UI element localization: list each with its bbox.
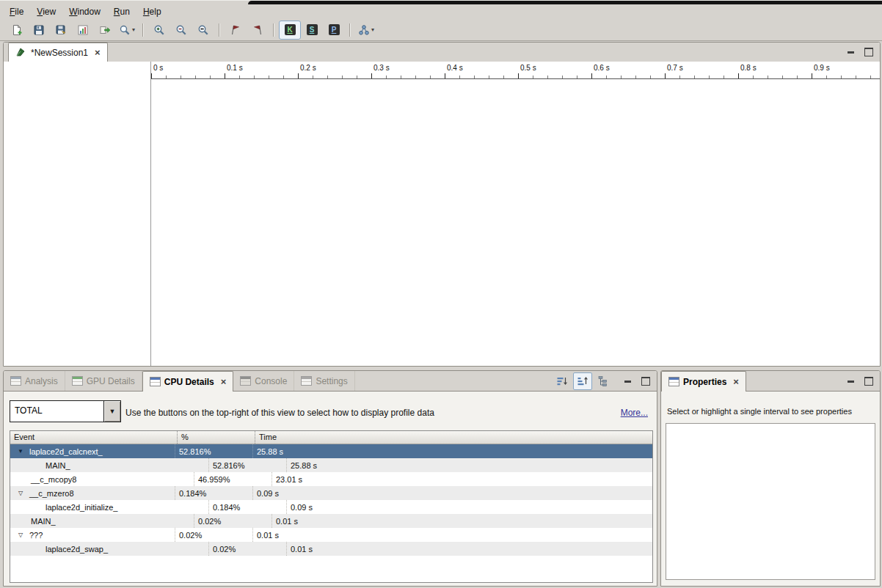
percent-cell: 0.02% [175,528,253,542]
tab-session[interactable]: *NewSession1 × [8,43,108,62]
horizontal-sash[interactable] [0,365,882,370]
menu-run[interactable]: Run [107,5,136,18]
application-window: FileViewWindowRunHelp ▾KSP▾ *NewSession1… [0,0,882,588]
ruler-tick-label: 0.3 s [373,64,390,72]
ruler-tick: 0 s [151,62,195,78]
save-as-button[interactable] [50,21,72,40]
tab-gpu-details[interactable]: GPU Details [65,371,142,391]
flat-view-button[interactable] [594,372,613,390]
export-icon [99,24,111,36]
ruler-tick: 0.2 s [298,62,342,78]
analysis-button[interactable]: ▾ [355,21,377,40]
tab-label: CPU Details [164,377,214,387]
event-name: laplace2d_initialize_ [45,503,117,512]
minimize-button[interactable] [621,375,634,388]
kernel-toggle-icon: K [285,24,296,35]
percent-cell: 46.959% [194,472,272,486]
event-cell: __c_mcopy8 [10,472,194,486]
tab-label: Settings [316,376,347,386]
sort-by-time-button[interactable] [553,372,572,390]
sort-by-name-button[interactable] [573,372,592,390]
sort-by-time-icon [556,375,568,387]
tab-label: Console [255,376,287,386]
toolbar-separator [349,23,351,37]
new-session-button[interactable] [6,21,28,40]
menu-view[interactable]: View [30,5,62,18]
maximize-icon [864,48,873,56]
minimize-button[interactable] [844,375,857,388]
marker-next-button[interactable] [225,21,247,40]
tab-label: Analysis [25,376,58,386]
close-tab-icon[interactable]: × [221,376,227,387]
process-toggle-icon: P [329,24,340,35]
table-body: ▼laplace2d_calcnext_52.816%25.88 sMAIN_5… [10,444,652,556]
table-header: Event%Time [10,431,652,444]
table-row[interactable]: MAIN_52.816%25.88 s [10,458,652,472]
table-row[interactable]: laplace2d_swap_0.02%0.01 s [10,542,652,556]
maximize-button[interactable] [639,375,652,388]
tab-properties[interactable]: Properties × [661,371,746,392]
session-icon [15,47,27,59]
kernel-toggle-button[interactable]: K [279,21,301,40]
tab-cpu-details[interactable]: CPU Details× [142,371,234,392]
vertical-sash[interactable] [656,370,660,585]
more-link[interactable]: More... [621,408,648,418]
marker-next-icon [230,24,241,36]
display-mode-combo[interactable]: TOTAL ▼ [10,400,121,422]
save-button[interactable] [28,21,50,40]
combo-dropdown-button[interactable]: ▼ [103,401,120,422]
expander-icon[interactable]: ▽ [12,532,29,538]
close-tab-icon[interactable]: × [733,376,739,387]
main-toolbar: ▾KSP▾ [0,19,882,41]
event-cell: ▽__c_mzero8 [10,486,175,500]
chevron-down-icon: ▼ [109,408,116,415]
zoom-fit-button[interactable] [192,21,214,40]
timeline-ruler[interactable]: 0 s0.1 s0.2 s0.3 s0.4 s0.5 s0.6 s0.7 s0.… [151,62,880,79]
time-cell: 0.09 s [253,486,652,500]
tab-console[interactable]: Console [233,371,294,391]
table-row[interactable]: ▽__c_mzero80.184%0.09 s [10,486,652,500]
table-row[interactable]: ▽???0.02%0.01 s [10,528,652,542]
table-row[interactable]: laplace2d_initialize_0.184%0.09 s [10,500,652,514]
combo-value: TOTAL [10,401,103,422]
column-header-event[interactable]: Event [10,431,178,444]
maximize-button[interactable] [862,375,875,388]
export-button[interactable] [94,21,116,40]
event-cell: MAIN_ [10,514,194,528]
cpu-details-content: TOTAL ▼ Use the buttons on the top-right… [4,391,657,586]
marker-prev-icon [252,24,263,36]
zoom-in-button[interactable] [148,21,170,40]
chart-button[interactable] [72,21,94,40]
marker-prev-button[interactable] [247,21,269,40]
time-cell: 25.88 s [253,444,652,458]
new-session-icon [11,24,23,36]
table-row[interactable]: ▼laplace2d_calcnext_52.816%25.88 s [10,444,652,458]
column-header-percent[interactable]: % [178,431,255,444]
table-row[interactable]: __c_mcopy846.959%23.01 s [10,472,652,486]
search-button[interactable]: ▾ [116,21,138,40]
tab-settings[interactable]: Settings [294,371,354,391]
stream-toggle-button[interactable]: S [301,21,323,40]
zoom-out-button[interactable] [170,21,192,40]
process-toggle-button[interactable]: P [323,21,345,40]
event-name: __c_mzero8 [29,489,74,498]
event-cell: ▽??? [10,528,175,542]
menu-window[interactable]: Window [62,5,107,18]
minimize-button[interactable] [844,45,857,59]
minimize-icon [848,381,854,383]
column-header-time[interactable]: Time [255,431,652,444]
table-row[interactable]: MAIN_0.02%0.01 s [10,514,652,528]
expander-icon[interactable]: ▽ [12,490,29,496]
close-tab-icon[interactable]: × [95,47,101,58]
settings-tab-icon [301,376,312,386]
toolbar-separator [273,23,274,37]
tab-analysis[interactable]: Analysis [4,371,65,391]
menu-file[interactable]: File [3,5,30,18]
timeline-canvas[interactable] [151,79,880,366]
menu-help[interactable]: Help [136,5,168,18]
analysis-icon [358,24,370,36]
maximize-button[interactable] [862,45,875,59]
session-tab-label: *NewSession1 [31,48,88,58]
cpu-tab-icon [150,377,161,386]
expander-icon[interactable]: ▼ [12,448,29,455]
